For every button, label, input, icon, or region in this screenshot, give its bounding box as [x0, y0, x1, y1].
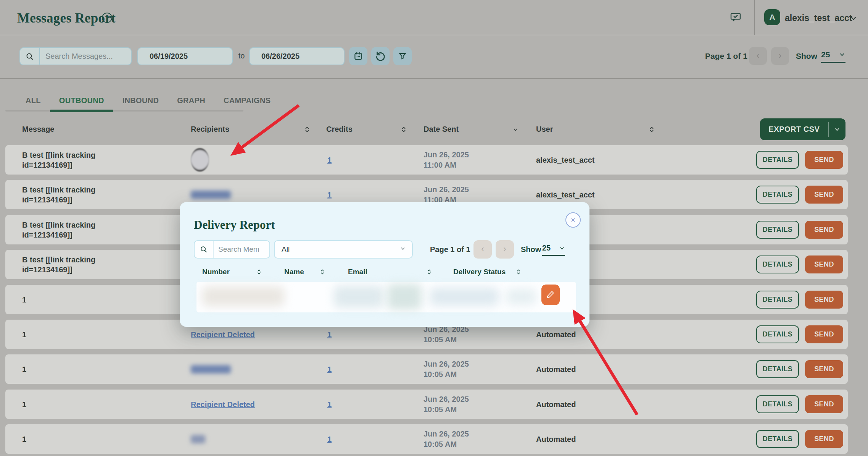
message-cell: B test [[link tracking id=12134169]]: [22, 220, 116, 240]
tab-inbound[interactable]: INBOUND: [122, 96, 159, 112]
sort-icon[interactable]: [426, 268, 433, 275]
date-to-input[interactable]: [250, 52, 344, 61]
close-icon[interactable]: ✕: [565, 212, 581, 228]
user-cell: alexis_test_acct: [536, 190, 594, 199]
date-cell: Jun 26, 202510:05 AM: [424, 429, 469, 450]
feedback-icon[interactable]: [730, 11, 742, 25]
page-size-select[interactable]: 25: [821, 50, 845, 63]
credits-link[interactable]: 1: [327, 365, 332, 374]
column-header-credits[interactable]: Credits: [326, 125, 407, 134]
reset-icon-button[interactable]: [371, 47, 390, 65]
modal-prev-page-button[interactable]: ‹: [473, 240, 492, 259]
send-button[interactable]: SEND: [805, 221, 843, 239]
send-button[interactable]: SEND: [805, 395, 843, 413]
user-cell: Automated: [536, 330, 576, 339]
chevron-down-icon[interactable]: [829, 126, 845, 133]
prev-page-button[interactable]: ‹: [749, 47, 767, 65]
sort-icon[interactable]: [648, 126, 655, 133]
chevron-down-icon: [839, 51, 845, 58]
recipient-link[interactable]: Recipient Deleted: [191, 330, 255, 339]
account-name[interactable]: alexis_test_acct: [785, 13, 852, 23]
modal-column-delivery-status[interactable]: Delivery Status: [453, 268, 522, 276]
details-button[interactable]: DETAILS: [756, 255, 799, 273]
details-button[interactable]: DETAILS: [756, 395, 799, 413]
pencil-icon: [545, 289, 556, 301]
top-header: Messages Report ? A alexis_test_acct: [0, 0, 868, 35]
sort-icon[interactable]: [515, 268, 522, 275]
tab-campaigns[interactable]: CAMPAIGNS: [224, 96, 271, 112]
sort-icon[interactable]: [256, 268, 262, 275]
recipient-redacted: [191, 365, 231, 374]
page-title: Messages Report: [17, 11, 116, 26]
modal-show-label: Show: [521, 245, 541, 254]
details-button[interactable]: DETAILS: [756, 186, 799, 204]
chevron-down-icon[interactable]: [849, 14, 858, 24]
message-cell: B test [[link tracking id=12134169]]: [22, 185, 116, 205]
search-input[interactable]: [40, 52, 131, 61]
date-from-input[interactable]: [138, 52, 232, 61]
messages-report-page: Messages Report ? A alexis_test_acct to: [0, 0, 868, 456]
modal-search-input[interactable]: [214, 245, 269, 254]
modal-column-email[interactable]: Email: [348, 268, 433, 276]
next-page-button[interactable]: ›: [771, 47, 789, 65]
details-button[interactable]: DETAILS: [756, 430, 799, 448]
tab-outbound[interactable]: OUTBOUND: [59, 96, 104, 112]
user-cell: Automated: [536, 435, 576, 443]
modal-page-size-value: 25: [542, 244, 551, 252]
column-header-user[interactable]: User: [536, 125, 655, 134]
credits-link[interactable]: 1: [327, 155, 332, 164]
send-button[interactable]: SEND: [805, 186, 843, 204]
send-button[interactable]: SEND: [805, 325, 843, 343]
sort-icon[interactable]: [400, 126, 407, 133]
tab-all[interactable]: ALL: [26, 96, 41, 112]
credits-link[interactable]: 1: [327, 330, 332, 339]
header-divider: [754, 0, 755, 35]
column-header-message[interactable]: Message: [22, 125, 55, 134]
user-cell: Automated: [536, 365, 576, 374]
credits-link[interactable]: 1: [327, 400, 332, 409]
edit-button[interactable]: [541, 285, 560, 305]
details-button[interactable]: DETAILS: [756, 325, 799, 343]
sort-desc-icon[interactable]: [512, 126, 519, 133]
modal-column-name[interactable]: Name: [284, 268, 326, 276]
details-button[interactable]: DETAILS: [756, 151, 799, 169]
message-cell: 1: [22, 399, 116, 409]
table-row: 11Jun 26, 202510:05 AMAutomatedDETAILSSE…: [5, 424, 848, 454]
details-button[interactable]: DETAILS: [756, 291, 799, 309]
to-label: to: [235, 52, 248, 60]
tab-graph[interactable]: GRAPH: [177, 96, 205, 112]
details-button[interactable]: DETAILS: [756, 360, 799, 378]
search-icon: [20, 48, 40, 65]
modal-next-page-button[interactable]: ›: [496, 240, 514, 259]
redacted-name: [334, 286, 383, 308]
send-button[interactable]: SEND: [805, 151, 843, 169]
modal-page-size-select[interactable]: 25: [542, 244, 565, 256]
filter-icon-button[interactable]: [393, 47, 412, 65]
date-cell: Jun 26, 202510:05 AM: [424, 359, 469, 380]
send-button[interactable]: SEND: [805, 430, 843, 448]
modal-column-number[interactable]: Number: [202, 268, 262, 276]
date-cell: Jun 26, 202511:00 AM: [424, 150, 469, 170]
date-cell: Jun 26, 202510:05 AM: [424, 394, 469, 415]
send-button[interactable]: SEND: [805, 291, 843, 309]
column-header-date-sent[interactable]: Date Sent: [424, 125, 519, 134]
modal-search-box: [194, 240, 270, 259]
avatar[interactable]: A: [764, 9, 780, 25]
recipient-link[interactable]: Recipient Deleted: [191, 400, 255, 409]
status-filter-select[interactable]: All: [274, 240, 413, 259]
export-csv-button[interactable]: EXPORT CSV: [760, 118, 845, 140]
table-header: Message Recipients Credits Date Sent Use…: [5, 118, 848, 141]
column-header-recipients[interactable]: Recipients: [191, 125, 311, 134]
modal-page-indicator: Page 1 of 1: [430, 245, 470, 254]
sort-icon[interactable]: [319, 268, 326, 275]
credits-link[interactable]: 1: [327, 435, 332, 443]
table-row: B test [[link tracking id=12134169]]1Jun…: [5, 145, 848, 175]
details-button[interactable]: DETAILS: [756, 221, 799, 239]
send-button[interactable]: SEND: [805, 360, 843, 378]
send-button[interactable]: SEND: [805, 255, 843, 273]
help-icon[interactable]: ?: [102, 13, 112, 23]
sort-icon[interactable]: [303, 126, 311, 133]
redacted-email: [430, 288, 499, 306]
credits-link[interactable]: 1: [327, 190, 332, 199]
calendar-button[interactable]: [349, 47, 367, 65]
